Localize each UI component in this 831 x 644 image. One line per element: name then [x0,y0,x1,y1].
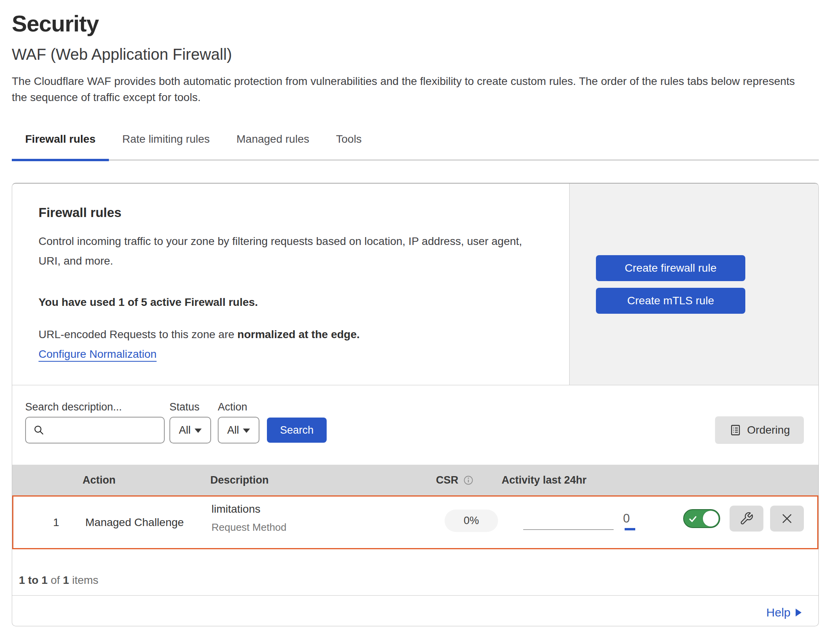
activity-count: 0 [623,512,630,526]
items-range: 1 to 1 [19,574,48,586]
csr-badge: 0% [445,510,498,532]
filter-bar: Search description... Status Action All … [12,385,818,465]
tab-rate-limiting-rules[interactable]: Rate limiting rules [109,130,223,160]
overview-description: Control incoming traffic to your zone by… [39,232,526,271]
tab-managed-rules[interactable]: Managed rules [223,130,323,160]
action-label: Action [218,401,247,413]
status-dropdown[interactable]: All [169,417,211,443]
rule-action: Managed Challenge [85,516,184,529]
create-firewall-rule-button[interactable]: Create firewall rule [596,255,745,281]
firewall-rule-row-highlighted[interactable]: 1 Managed Challenge limitations Request … [12,495,818,549]
firewall-rules-card: Firewall rules Control incoming traffic … [12,183,819,626]
chevron-down-icon [243,429,250,433]
list-icon [729,424,742,436]
status-dropdown-value: All [179,424,191,436]
normalization-text: URL-encoded Requests to this zone are [39,328,237,340]
tab-bar: Firewall rules Rate limiting rules Manag… [12,130,819,160]
configure-normalization-link[interactable]: Configure Normalization [39,348,156,361]
normalization-note: URL-encoded Requests to this zone are no… [39,328,360,341]
search-input-container[interactable] [25,417,165,443]
items-count: 1 to 1 of 1 items [19,574,98,587]
activity-sparkline [523,529,614,530]
column-header-description: Description [210,474,269,486]
chevron-down-icon [195,429,202,433]
ordering-button-label: Ordering [747,424,790,436]
arrow-right-icon [795,608,802,617]
edit-rule-button[interactable] [730,506,763,532]
help-link-label: Help [766,606,791,619]
close-icon [780,512,794,525]
overview-heading: Firewall rules [39,205,121,220]
activity-marker [625,528,635,530]
security-waf-page: Security WAF (Web Application Firewall) … [0,0,831,644]
items-total: 1 [63,574,69,586]
page-title: Security [12,10,99,37]
rule-description: limitations [211,503,260,515]
wrench-icon [739,512,754,526]
create-mtls-rule-button[interactable]: Create mTLS rule [596,288,745,314]
action-dropdown-value: All [227,424,239,436]
toggle-knob [703,511,719,526]
column-header-action: Action [83,474,116,486]
table-header: Action Description CSR Activity last 24h… [12,465,818,495]
search-icon [33,424,45,436]
items-of: of [51,574,60,586]
status-label: Status [169,401,200,413]
column-header-csr: CSR [436,474,474,486]
search-label: Search description... [25,401,122,413]
help-link[interactable]: Help [766,606,802,619]
actions-panel [569,184,818,385]
table-footer: 1 to 1 of 1 items [12,549,818,595]
items-word: items [72,574,98,586]
tab-firewall-rules[interactable]: Firewall rules [12,130,109,161]
delete-rule-button[interactable] [770,506,804,532]
search-input[interactable] [49,424,155,436]
rule-expression: Request Method [211,521,287,534]
help-bar: Help [12,595,818,626]
column-header-activity: Activity last 24hr [502,474,586,486]
tab-tools[interactable]: Tools [323,130,375,160]
overview-section: Firewall rules Control incoming traffic … [12,184,818,385]
rule-enabled-toggle[interactable] [683,509,720,528]
rule-priority: 1 [53,516,59,529]
page-description: The Cloudflare WAF provides both automat… [12,73,809,105]
normalization-bold-text: normalized at the edge. [237,328,360,340]
usage-summary: You have used 1 of 5 active Firewall rul… [39,296,258,309]
action-dropdown[interactable]: All [218,417,259,443]
ordering-button[interactable]: Ordering [715,416,804,444]
search-button[interactable]: Search [267,418,327,443]
info-icon[interactable] [463,475,474,486]
check-icon [688,514,698,524]
page-subtitle: WAF (Web Application Firewall) [12,46,232,63]
csr-header-label: CSR [436,474,458,486]
